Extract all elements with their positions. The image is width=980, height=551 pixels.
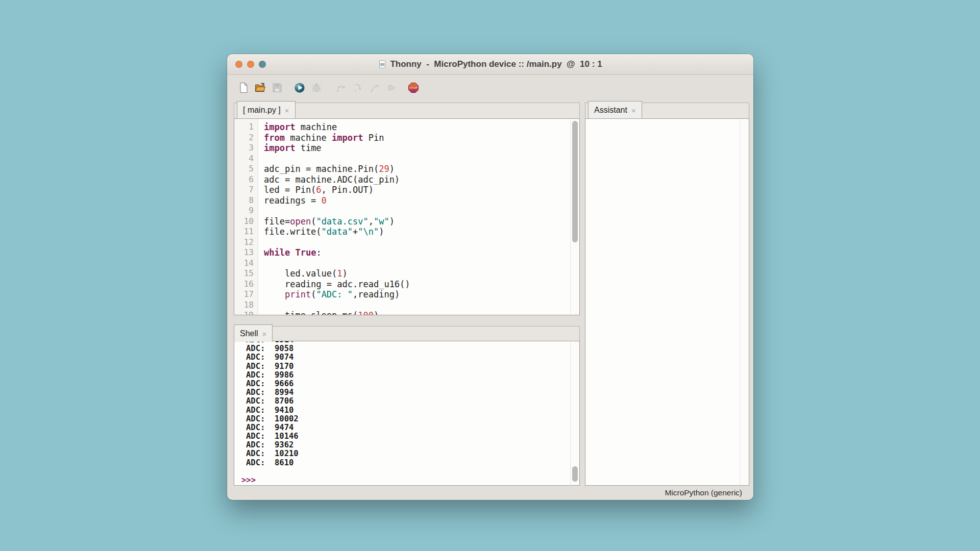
editor-scrollbar-thumb[interactable] [572, 121, 578, 242]
shell-output-line: ADC: 9362 [246, 441, 579, 449]
code-area[interactable]: import machinefrom machine import Pinimp… [258, 119, 579, 315]
code-line: time.sleep_ms(100) [264, 310, 579, 315]
tab-main-py-label: [ main.py ] [243, 106, 281, 115]
line-number: 5 [234, 164, 254, 174]
tab-main-py[interactable]: [ main.py ] × [237, 101, 296, 118]
line-number: 3 [234, 143, 254, 154]
shell-output-line: ADC: 9074 [246, 353, 579, 362]
code-line: led.value(1) [264, 268, 579, 279]
line-number-gutter: 12345678910111213141516171819 [234, 119, 258, 315]
code-line: import time [264, 143, 579, 154]
shell-scrollbar-track[interactable] [570, 342, 579, 485]
line-number: 7 [234, 185, 254, 195]
shell-output-line: ADC: 10146 [246, 432, 579, 441]
shell-scrollbar-thumb[interactable] [572, 466, 578, 482]
code-line [264, 258, 579, 269]
shell-output-line: ADC: 8706 [246, 397, 579, 406]
line-number: 8 [234, 195, 254, 206]
code-line: file=open("data.csv","w") [264, 216, 579, 227]
code-line: adc_pin = machine.Pin(29) [264, 164, 579, 174]
line-number: 4 [234, 154, 254, 164]
line-number: 2 [234, 133, 254, 143]
tab-shell-close-icon[interactable]: × [262, 330, 267, 338]
line-number: 11 [234, 227, 254, 237]
code-line [264, 206, 579, 216]
shell-output-line: ADC: 10210 [246, 449, 579, 458]
code-line: while True: [264, 247, 579, 258]
code-line: file.write("data"+"\n") [264, 227, 579, 237]
tab-assistant[interactable]: Assistant × [588, 101, 642, 118]
shell-output-line: ADC: 9474 [246, 423, 579, 432]
code-line: from machine import Pin [264, 133, 579, 143]
shell-output-line: ADC: 9410 [246, 406, 579, 415]
assistant-column: Assistant × [585, 54, 749, 500]
interpreter-status[interactable]: MicroPython (generic) [665, 488, 742, 497]
code-line [264, 300, 579, 311]
statusbar: MicroPython (generic) [227, 486, 753, 500]
shell-panel[interactable]: ADC: 8914ADC: 9058ADC: 9074ADC: 9170ADC:… [234, 341, 580, 486]
code-line [264, 154, 579, 164]
line-number: 17 [234, 289, 254, 300]
shell-output-line: ADC: 8610 [246, 459, 579, 467]
shell-output-line: ADC: 9058 [246, 344, 579, 353]
editor-scrollbar-track[interactable] [570, 119, 579, 314]
tab-shell-label: Shell [240, 329, 258, 338]
tab-assistant-label: Assistant [594, 106, 627, 115]
code-line: print("ADC: ",reading) [264, 289, 579, 300]
assistant-panel [585, 118, 749, 486]
line-number: 16 [234, 279, 254, 290]
editor-panel[interactable]: 12345678910111213141516171819 import mac… [234, 118, 580, 315]
line-number: 19 [234, 310, 254, 315]
shell-output-line: ADC: 10002 [246, 415, 579, 423]
code-line: readings = 0 [264, 195, 579, 206]
line-number: 18 [234, 300, 254, 311]
line-number: 12 [234, 237, 254, 248]
code-line: reading = adc.read_u16() [264, 279, 579, 290]
code-line: import machine [264, 122, 579, 133]
line-number: 14 [234, 258, 254, 269]
line-number: 13 [234, 247, 254, 258]
tab-assistant-close-icon[interactable]: × [631, 106, 636, 114]
code-line: adc = machine.ADC(adc_pin) [264, 174, 579, 185]
editor-body: 12345678910111213141516171819 import mac… [234, 119, 579, 315]
shell-prompt[interactable]: >>> [241, 476, 579, 485]
assistant-scrollbar-track[interactable] [740, 119, 748, 485]
line-number: 6 [234, 174, 254, 185]
thonny-window: Thonny - MicroPython device :: /main.py … [227, 54, 753, 500]
shell-blank-line [241, 467, 579, 476]
line-number: 9 [234, 206, 254, 216]
shell-tabstrip [234, 326, 580, 341]
shell-output-line: ADC: 8994 [246, 388, 579, 397]
shell-body: ADC: 8914ADC: 9058ADC: 9074ADC: 9170ADC:… [234, 341, 579, 485]
tab-main-py-close-icon[interactable]: × [285, 106, 289, 114]
shell-output: ADC: 8914ADC: 9058ADC: 9074ADC: 9170ADC:… [241, 341, 579, 467]
line-number: 10 [234, 216, 254, 227]
tab-shell[interactable]: Shell × [234, 324, 273, 342]
shell-output-line: ADC: 9170 [246, 362, 579, 371]
code-line [264, 237, 579, 248]
editor-shell-column: [ main.py ] × 12345678910111213141516171… [234, 54, 580, 500]
code-line: led = Pin(6, Pin.OUT) [264, 185, 579, 195]
shell-output-line: ADC: 9666 [246, 380, 579, 388]
shell-output-line: ADC: 9986 [246, 371, 579, 380]
line-number: 1 [234, 122, 254, 133]
line-number: 15 [234, 268, 254, 279]
